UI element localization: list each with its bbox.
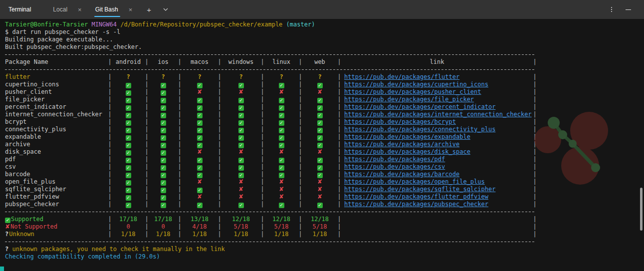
tab-local[interactable]: Local × [46,0,88,19]
package-link[interactable]: https://pub.dev/packages/sqflite_sqlciph… [344,186,495,193]
summary-label: Not Supported [10,223,57,230]
package-link[interactable]: https://pub.dev/packages/pdf [344,156,445,163]
package-link[interactable]: https://pub.dev/packages/flutter [344,73,459,80]
column-separator [178,186,182,193]
package-link[interactable]: https://pub.dev/packages/internet_connec… [344,111,532,118]
summary-value: 5/18 [264,223,298,231]
column-separator [178,88,182,96]
column-separator [533,58,537,66]
column-separator [260,193,264,201]
column-separator [337,141,341,148]
prompt-env: MINGW64 [91,21,117,28]
column-separator [533,223,537,231]
platform-cell: ✓ [149,178,178,186]
column-separator [298,118,302,126]
new-tab-button[interactable]: + [143,4,155,15]
package-link[interactable]: https://pub.dev/packages/cupertino_icons [344,81,488,88]
scrollbar[interactable] [640,188,643,231]
tab-git-bash[interactable]: Git Bash × [88,0,139,19]
package-link[interactable]: https://pub.dev/packages/open_file_plus [344,178,485,185]
column-separator [260,148,264,156]
column-separator [217,126,221,133]
platform-cell: ✓ [149,111,178,118]
summary-value: 1/18 [112,231,145,238]
column-separator [260,73,264,81]
column-separator [178,96,182,103]
platform-cell: ? [149,73,178,81]
column-separator [178,141,182,148]
package-link[interactable]: https://pub.dev/packages/csv [344,163,445,170]
column-separator [298,133,302,141]
supported-check-icon: ✓ [161,113,166,118]
platform-cell: ✓ [149,141,178,148]
column-separator [217,141,221,148]
platform-cell: ✓ [302,126,337,133]
not-supported-cross-icon: ✘ [238,193,243,200]
col-windows: windows [221,58,260,66]
summary-value: 12/18 [302,216,337,223]
chevron-down-icon[interactable] [159,6,172,12]
link-cell: https://pub.dev/packages/internet_connec… [341,111,533,118]
link-cell: https://pub.dev/packages/pusher_client [341,88,533,96]
package-link[interactable]: https://pub.dev/packages/file_picker [344,96,474,103]
platform-cell: ✓ [182,133,217,141]
platform-cell: ✓ [182,111,217,118]
package-link[interactable]: https://pub.dev/packages/connectivity_pl… [344,126,495,133]
column-separator [145,193,149,201]
not-supported-cross-icon: ✘ [238,178,243,185]
menu-kebab-icon[interactable] [607,5,617,14]
link-cell: https://pub.dev/packages/flutter [341,73,533,81]
close-tab-icon[interactable]: × [126,6,135,13]
column-separator [298,96,302,103]
platform-cell: ✓ [149,81,178,88]
summary-value: 0 [149,223,178,231]
platform-cell: ✓ [149,193,178,201]
supported-check-icon: ✓ [161,150,166,156]
column-separator [145,118,149,126]
supported-check-icon: ✓ [126,203,131,208]
table-header: Package Name android ios macos windows l… [5,58,644,66]
column-separator [298,126,302,133]
supported-check-icon: ✓ [126,150,131,156]
column-separator [533,216,537,223]
column-separator [108,126,112,133]
package-link[interactable]: https://pub.dev/packages/expandable [344,133,470,140]
column-separator [108,96,112,103]
platform-cell: ✓ [149,201,178,208]
column-separator [533,96,537,103]
platform-cell: ? [302,73,337,81]
supported-check-icon: ✓ [197,98,203,103]
column-separator [337,186,341,193]
column-separator [108,171,112,178]
platform-cell: ✓ [264,118,298,126]
package-link[interactable]: https://pub.dev/packages/bcrypt [344,118,456,125]
column-separator [178,148,182,156]
package-link[interactable]: https://pub.dev/packages/archive [344,141,459,148]
platform-cell: ✘ [264,186,298,193]
minimize-button[interactable] [621,6,636,13]
column-separator [145,231,149,238]
package-link[interactable]: https://pub.dev/packages/flutter_pdfview [344,193,488,200]
close-tab-icon[interactable]: × [75,6,84,13]
column-separator [108,133,112,141]
supported-check-icon: ✓ [161,173,166,178]
package-link[interactable]: https://pub.dev/packages/disk_space [344,148,470,155]
summary-value: 1/18 [302,231,337,238]
column-separator [145,126,149,133]
supported-check-icon: ✓ [161,135,166,141]
package-link[interactable]: https://pub.dev/packages/pubspec_checker [344,201,488,208]
divider-line [5,66,644,73]
platform-cell: ✓ [149,171,178,178]
supported-check-icon: ✓ [197,105,203,111]
link-cell: https://pub.dev/packages/barcode [341,171,533,178]
package-link[interactable]: https://pub.dev/packages/percent_indicat… [344,103,495,110]
column-separator [337,88,341,96]
supported-check-icon: ✓ [238,105,244,111]
not-supported-cross-icon: ✘ [317,186,322,193]
column-separator [298,73,302,81]
column-separator [178,231,182,238]
package-link[interactable]: https://pub.dev/packages/pusher_client [344,88,481,95]
package-link[interactable]: https://pub.dev/packages/barcode [344,171,459,178]
platform-cell: ✘ [221,186,260,193]
column-separator [145,163,149,171]
